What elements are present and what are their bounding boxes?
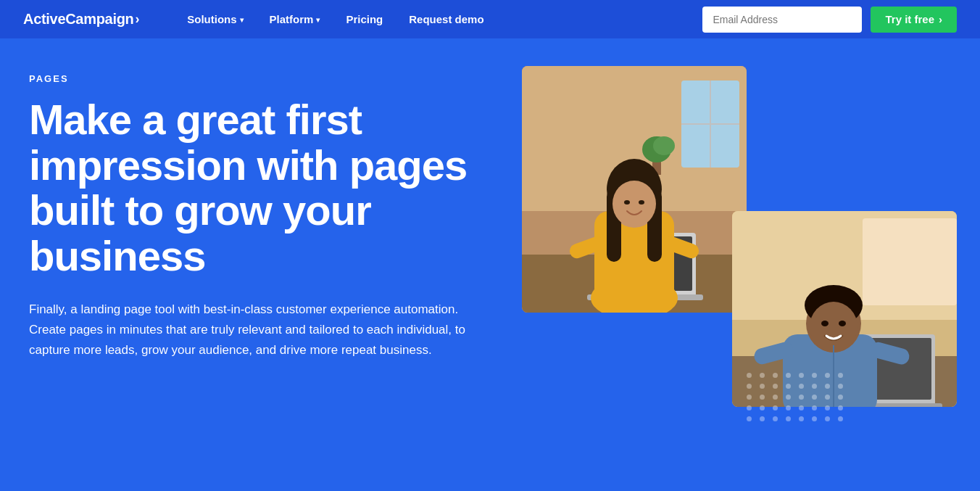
svg-point-35	[821, 321, 829, 326]
hero-label: PAGES	[29, 73, 493, 84]
hero-images	[522, 66, 951, 443]
hero-content: PAGES Make a great first impression with…	[29, 73, 522, 360]
logo-arrow: ›	[136, 12, 140, 27]
svg-point-21	[639, 200, 644, 205]
svg-point-34	[810, 302, 858, 352]
svg-rect-26	[863, 218, 957, 305]
hero-subtext: Finally, a landing page tool with best-i…	[29, 300, 478, 360]
try-it-free-button[interactable]: Try it free ›	[871, 7, 957, 33]
hero-image-woman	[522, 66, 747, 313]
nav-platform[interactable]: Platform ▾	[257, 0, 333, 38]
nav-right: Try it free ›	[702, 7, 957, 33]
svg-point-8	[653, 136, 675, 155]
logo-text: ActiveCampaign	[23, 11, 134, 28]
nav-solutions[interactable]: Solutions ▾	[174, 0, 256, 38]
svg-point-19	[612, 181, 656, 227]
dots-decoration-bottom	[747, 373, 845, 421]
svg-point-36	[839, 321, 846, 326]
arrow-icon: ›	[939, 13, 942, 25]
chevron-down-icon: ▾	[316, 16, 320, 24]
hero-section: PAGES Make a great first impression with…	[0, 38, 980, 491]
svg-point-20	[624, 200, 630, 205]
nav-links: Solutions ▾ Platform ▾ Pricing Request d…	[174, 0, 702, 38]
nav-pricing[interactable]: Pricing	[333, 0, 396, 38]
hero-heading: Make a great first impression with pages…	[29, 97, 493, 279]
navigation: ActiveCampaign › Solutions ▾ Platform ▾ …	[0, 0, 980, 38]
email-input[interactable]	[702, 7, 862, 33]
chevron-down-icon: ▾	[240, 16, 244, 24]
logo[interactable]: ActiveCampaign ›	[23, 11, 139, 28]
nav-request-demo[interactable]: Request demo	[396, 0, 497, 38]
